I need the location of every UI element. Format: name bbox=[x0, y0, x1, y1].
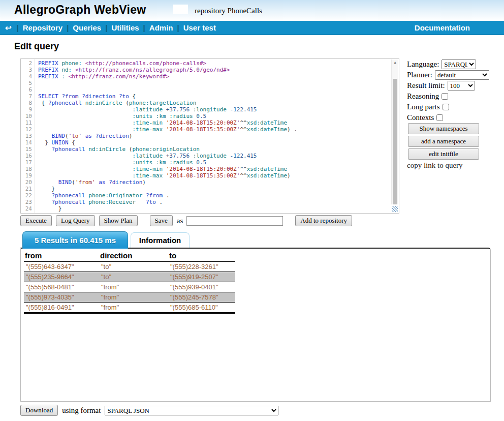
code-line: :time-min '2014-08-18T15:20:00Z'^^xsd:da… bbox=[38, 166, 390, 172]
editor-line-numbers: 23456789101112131415161718192021222324 bbox=[21, 59, 35, 213]
result-cell: "(555)568-0481" bbox=[24, 282, 99, 292]
code-line: } UNION { bbox=[38, 139, 390, 146]
nav-item-utilities[interactable]: Utilities bbox=[111, 23, 139, 32]
save-button[interactable]: Save bbox=[150, 215, 173, 226]
using-format-label: using format bbox=[62, 406, 101, 415]
line-number: 5 bbox=[21, 80, 32, 86]
scrollbar-up-icon[interactable]: ▲ bbox=[392, 59, 398, 67]
execute-button[interactable]: Execute bbox=[20, 215, 52, 226]
code-line: BIND('from' as ?direction) bbox=[38, 179, 390, 186]
nav-item-user-test[interactable]: User test bbox=[183, 23, 216, 32]
language-select[interactable]: SPARQL bbox=[442, 59, 476, 69]
code-line: :time-max '2014-08-18T15:35:00Z'^^xsd:da… bbox=[38, 172, 390, 179]
line-number: 2 bbox=[21, 60, 32, 67]
code-line: :units :km :radius 0.5 bbox=[38, 113, 390, 119]
results-table: fromdirectionto "(555)643-6347""to""(555… bbox=[24, 250, 235, 314]
line-number: 11 bbox=[21, 119, 32, 126]
code-line: PREFIX phone: <http://phonecalls.com/pho… bbox=[38, 60, 390, 67]
back-icon[interactable]: ↩ bbox=[5, 23, 12, 33]
line-number: 12 bbox=[21, 126, 32, 133]
line-number: 7 bbox=[21, 93, 32, 100]
line-number: 19 bbox=[21, 172, 32, 179]
nav-item-queries[interactable]: Queries bbox=[73, 23, 101, 32]
download-bar: Download using format SPARQL JSON bbox=[20, 405, 278, 416]
table-row: "(555)643-6347""to""(555)228-3261" bbox=[24, 262, 235, 272]
table-row: "(555)816-0491""from""(555)685-6110" bbox=[24, 303, 235, 313]
line-number: 24 bbox=[21, 205, 32, 212]
nav-separator: | bbox=[67, 23, 69, 32]
code-line: :time-min '2014-08-18T15:20:00Z'^^xsd:da… bbox=[38, 119, 390, 126]
code-line: } bbox=[38, 186, 390, 192]
planner-select[interactable]: default bbox=[435, 70, 489, 80]
show-plan-button[interactable]: Show Plan bbox=[99, 215, 138, 226]
line-number: 9 bbox=[21, 106, 32, 113]
result-cell: "from" bbox=[99, 282, 168, 292]
line-number: 6 bbox=[21, 86, 32, 93]
results-panel: fromdirectionto "(555)643-6347""to""(555… bbox=[20, 248, 491, 402]
code-line: ?phonecall nd:inCircle (phone:originLoca… bbox=[38, 146, 390, 153]
table-header-row: fromdirectionto bbox=[24, 250, 235, 262]
reasoning-label: Reasoning bbox=[407, 92, 439, 101]
line-number: 15 bbox=[21, 146, 32, 153]
query-editor[interactable]: 23456789101112131415161718192021222324 P… bbox=[20, 58, 399, 214]
line-number: 21 bbox=[21, 186, 32, 192]
editor-code[interactable]: PREFIX phone: <http://phonecalls.com/pho… bbox=[38, 60, 390, 213]
repository-word: repository bbox=[195, 7, 226, 15]
code-line: SELECT ?from ?direction ?to { bbox=[38, 93, 390, 100]
add-a-namespace-button[interactable]: add a namespace bbox=[408, 136, 479, 147]
edit-initfile-button[interactable]: edit initfile bbox=[408, 148, 479, 160]
nav-item-repository[interactable]: Repository bbox=[23, 23, 62, 32]
download-format-select[interactable]: SPARQL JSON bbox=[105, 406, 278, 415]
line-number: 22 bbox=[21, 192, 32, 199]
line-number: 8 bbox=[21, 100, 32, 106]
tab-results[interactable]: 5 Results in 60.415 ms bbox=[22, 231, 128, 249]
scrollbar-thumb[interactable] bbox=[393, 79, 397, 204]
result-cell: "(555)685-6110" bbox=[168, 303, 235, 313]
long-parts-checkbox[interactable] bbox=[443, 104, 449, 110]
nav-items: |Repository|Queries|Utilities|Admin|User… bbox=[13, 23, 216, 32]
option-row-long-parts: Long parts bbox=[407, 102, 489, 112]
code-line: PREFIX : <http://franz.com/ns/keyword#> bbox=[38, 73, 390, 80]
line-number: 13 bbox=[21, 133, 32, 139]
nav-item-admin[interactable]: Admin bbox=[149, 23, 173, 32]
reasoning-checkbox[interactable] bbox=[442, 93, 448, 100]
code-line: ?phonecall phone:Originator ?from . bbox=[38, 192, 390, 199]
copy-link-to-query[interactable]: copy link to query bbox=[407, 161, 489, 170]
results-tabs: 5 Results in 60.415 ms Information bbox=[22, 231, 190, 248]
result-limit-select[interactable]: 100 bbox=[448, 81, 475, 91]
code-line: { ?phonecall nd:inCircle (phone:targetLo… bbox=[38, 100, 390, 106]
show-namespaces-button[interactable]: Show namespaces bbox=[408, 123, 479, 134]
query-controls: Execute Log Query Show Plan Save as Add … bbox=[20, 215, 356, 226]
save-as-input[interactable] bbox=[186, 216, 283, 226]
column-header-from: from bbox=[24, 250, 99, 262]
line-number: 14 bbox=[21, 139, 32, 146]
language-label: Language: bbox=[407, 60, 439, 69]
result-cell: "(555)919-2507" bbox=[168, 272, 235, 282]
column-header-to: to bbox=[168, 250, 235, 262]
option-checkboxes: ReasoningLong partsContexts bbox=[407, 91, 489, 123]
long-parts-label: Long parts bbox=[407, 103, 440, 111]
result-cell: "(555)235-9664" bbox=[24, 272, 99, 282]
tab-information[interactable]: Information bbox=[131, 232, 190, 248]
line-number: 20 bbox=[21, 179, 32, 186]
log-query-button[interactable]: Log Query bbox=[56, 215, 95, 226]
result-cell: "(555)939-0401" bbox=[168, 282, 235, 292]
line-number: 10 bbox=[21, 113, 32, 119]
logo-placeholder bbox=[173, 5, 188, 14]
add-to-repository-button[interactable]: Add to repository bbox=[295, 215, 352, 226]
repository-name: PhoneCalls bbox=[228, 7, 262, 15]
namespace-buttons: Show namespacesadd a namespaceedit initf… bbox=[407, 123, 489, 160]
code-line: :latitude +37.756 :longitude -122.415 bbox=[38, 106, 390, 113]
contexts-checkbox[interactable] bbox=[436, 114, 443, 121]
result-cell: "to" bbox=[99, 262, 168, 272]
nav-item-documentation[interactable]: Documentation bbox=[415, 23, 470, 32]
result-limit-label: Result limit: bbox=[407, 81, 445, 90]
page-title: Edit query bbox=[14, 41, 59, 52]
resize-grip-icon[interactable] bbox=[392, 206, 398, 212]
nav-separator: | bbox=[143, 23, 145, 32]
result-cell: "(555)816-0491" bbox=[24, 303, 99, 313]
nav-separator: | bbox=[177, 23, 179, 32]
option-row-reasoning: Reasoning bbox=[407, 91, 489, 101]
download-button[interactable]: Download bbox=[20, 405, 58, 416]
editor-scrollbar[interactable]: ▲ bbox=[391, 59, 398, 204]
